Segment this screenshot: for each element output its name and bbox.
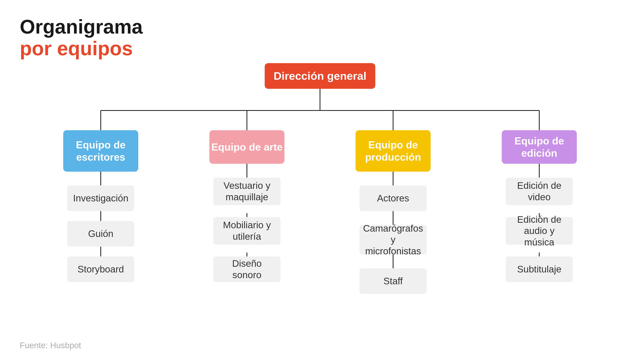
- child-staff: Staff: [359, 268, 427, 294]
- root-label: Dirección general: [265, 63, 375, 89]
- child-investigacion: Investigación: [67, 186, 134, 211]
- column-edicion: Equipo de edición Edición devideo Edició…: [466, 130, 612, 282]
- source-text: Fuente: Husbpot: [20, 341, 81, 350]
- child-storyboard: Storyboard: [67, 256, 134, 282]
- title-block: Organigrama por equipos: [20, 16, 143, 59]
- column-arte: Equipo de arte Vestuario ymaquillaje Mob…: [174, 130, 320, 282]
- child-actores: Actores: [359, 186, 427, 211]
- title-line1: Organigrama: [20, 16, 143, 38]
- header-edicion: Equipo de edición: [502, 130, 577, 164]
- column-escritores: Equipo deescritores Investigación Guión …: [28, 130, 174, 282]
- page-container: Organigrama por equipos Fuente: Husbpot: [0, 0, 640, 364]
- child-camarografos: Camarógrafosy microfonistas: [359, 225, 427, 254]
- title-line2: por equipos: [20, 38, 143, 59]
- child-diseno-sonoro: Diseño sonoro: [213, 256, 281, 282]
- child-subtitulaje: Subtitulaje: [506, 256, 573, 282]
- root-node: Dirección general: [265, 63, 375, 89]
- header-escritores: Equipo deescritores: [63, 130, 138, 172]
- header-arte: Equipo de arte: [209, 130, 284, 164]
- child-vestuario: Vestuario ymaquillaje: [213, 178, 281, 205]
- column-produccion: Equipo deproducción Actores Camarógrafos…: [320, 130, 466, 294]
- header-produccion: Equipo deproducción: [356, 130, 431, 172]
- child-mobiliario: Mobiliario yutilería: [213, 217, 281, 245]
- child-guion: Guión: [67, 221, 134, 246]
- child-edicion-audio: Edición deaudio y música: [506, 217, 573, 245]
- child-edicion-video: Edición devideo: [506, 178, 573, 205]
